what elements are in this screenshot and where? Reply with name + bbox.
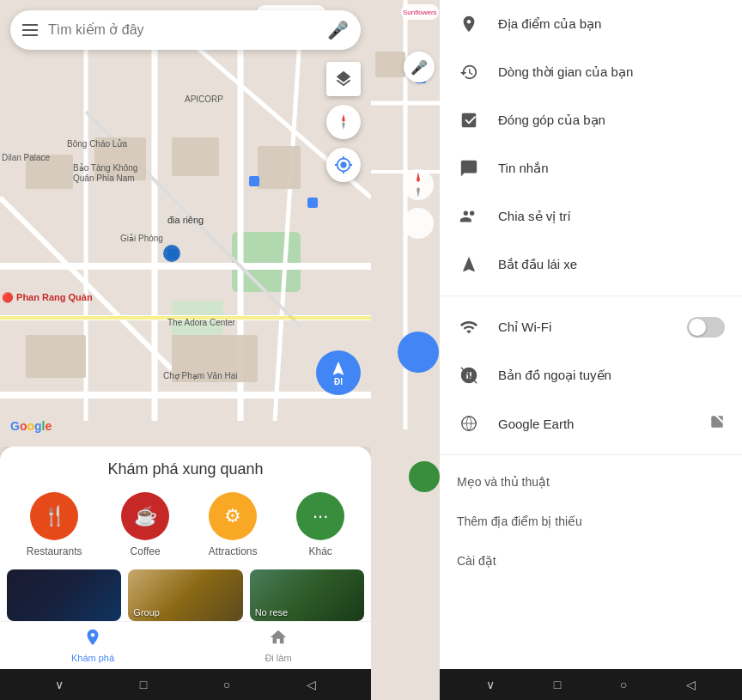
map-label-dria-rieng: đia riêng: [167, 215, 204, 225]
drawer-tips-label: Mẹo và thủ thuật: [457, 475, 550, 489]
commute-icon: [269, 628, 288, 651]
location-pin-icon: [457, 12, 481, 36]
explore-icon: [83, 628, 102, 651]
restaurants-label: Restaurants: [27, 545, 82, 557]
drawer-item-contribution[interactable]: Đóng góp của bạn: [440, 96, 742, 144]
map-area: ● Sunflowers APICORP Bảo Tàng KhôngQuân …: [0, 0, 371, 447]
sys-chevron-left[interactable]: ∨: [55, 678, 64, 691]
contribution-icon: [457, 108, 481, 132]
other-label: Khác: [308, 545, 331, 557]
menu-button[interactable]: [22, 24, 38, 36]
svg-rect-17: [258, 146, 301, 189]
category-other[interactable]: ··· Khác: [296, 492, 344, 557]
search-bar[interactable]: 🎤: [10, 10, 361, 50]
external-link-icon: [709, 414, 725, 433]
svg-rect-16: [172, 137, 219, 176]
drawer-item-timeline[interactable]: Dòng thời gian của bạn: [440, 48, 742, 96]
map-label-palace: Dilan Palace: [2, 153, 50, 162]
drawer-google-earth-label: Google Earth: [498, 417, 709, 431]
explore-title: Khám phá xung quanh: [0, 460, 371, 478]
drawer-item-offline-map[interactable]: Bản đồ ngoại tuyến: [440, 351, 742, 399]
search-input[interactable]: [48, 22, 327, 38]
location-button[interactable]: [326, 148, 361, 182]
google-logo: Google: [10, 419, 52, 433]
sys-circle-right[interactable]: ○: [620, 678, 627, 691]
other-icon: ···: [296, 492, 344, 540]
bottom-panel: Khám phá xung quanh 🍴 Restaurants ☕ Coff…: [0, 447, 371, 669]
drawer-settings-label: Cài đặt: [457, 554, 496, 568]
message-icon: [457, 156, 481, 180]
svg-rect-18: [26, 335, 86, 378]
drawer-item-drive[interactable]: Bắt đầu lái xe: [440, 240, 742, 289]
drawer-item-places[interactable]: Địa điểm của bạn: [440, 0, 742, 48]
mic-icon[interactable]: 🎤: [327, 20, 349, 40]
map-label-giai-phong: Giải Phóng: [120, 234, 163, 243]
svg-marker-24: [342, 114, 345, 122]
thumbnail-3-label: No rese: [255, 607, 289, 618]
navigate-button[interactable]: ĐI: [316, 350, 361, 395]
wifi-icon: [457, 315, 481, 339]
sys-back-right[interactable]: ◁: [686, 678, 696, 691]
bottom-nav: Khám phá Đi làm: [0, 621, 371, 669]
drawer-menu: Địa điểm của bạn Dòng thời gian của bạn …: [440, 0, 742, 700]
nav-explore-label: Khám phá: [71, 653, 114, 663]
drawer-item-messages[interactable]: Tin nhắn: [440, 144, 742, 192]
thumbnail-2[interactable]: Group: [128, 569, 242, 621]
map-peek: Sunflowers 🎤: [371, 0, 440, 700]
map-label-bong-chao: Bông Cháo Lửa: [67, 139, 127, 149]
drawer-divider-1: [440, 295, 742, 296]
svg-point-23: [163, 245, 180, 262]
nav-explore[interactable]: Khám phá: [0, 622, 186, 669]
layers-button[interactable]: [326, 62, 361, 96]
right-panel: Sunflowers 🎤 Địa điểm của bạn Dòng thời …: [371, 0, 742, 700]
map-label-apicorp: APICORP: [185, 94, 223, 104]
nav-commute[interactable]: Đi làm: [186, 622, 371, 669]
offline-map-icon: [457, 363, 481, 387]
system-bar-right: ∨ □ ○ ◁: [440, 669, 742, 700]
category-row: 🍴 Restaurants ☕ Coffee ⚙ Attractions ···…: [0, 492, 371, 557]
sys-square-left[interactable]: □: [140, 678, 147, 691]
peek-mic-icon: 🎤: [411, 59, 428, 76]
drawer-footer-tips[interactable]: Mẹo và thủ thuật: [440, 462, 742, 502]
sys-chevron-right[interactable]: ∨: [486, 678, 495, 691]
svg-rect-22: [307, 198, 318, 208]
svg-marker-25: [342, 122, 345, 130]
compass-button[interactable]: [326, 105, 361, 139]
sys-circle-left[interactable]: ○: [223, 678, 230, 691]
category-attractions[interactable]: ⚙ Attractions: [209, 492, 258, 557]
drawer-wifi-label: Chỉ Wi-Fi: [498, 320, 687, 335]
share-location-icon: [457, 204, 481, 228]
map-label-adora: The Adora Center: [167, 318, 235, 327]
category-coffee[interactable]: ☕ Coffee: [121, 492, 169, 557]
drawer-footer-add-place[interactable]: Thêm địa điểm bị thiếu: [440, 502, 742, 541]
wifi-toggle[interactable]: [687, 317, 725, 338]
left-panel: ● Sunflowers APICORP Bảo Tàng KhôngQuân …: [0, 0, 371, 700]
drawer-places-label: Địa điểm của bạn: [498, 16, 725, 32]
drawer-contribution-label: Đóng góp của bạn: [498, 113, 725, 128]
attractions-icon: ⚙: [209, 492, 257, 540]
peek-mic[interactable]: 🎤: [404, 52, 435, 82]
svg-text:Sunflowers: Sunflowers: [403, 9, 437, 16]
nav-commute-label: Đi làm: [265, 653, 291, 663]
attractions-label: Attractions: [209, 545, 258, 557]
sys-square-right[interactable]: □: [554, 678, 561, 691]
coffee-icon: ☕: [121, 492, 169, 540]
svg-point-36: [398, 332, 439, 373]
svg-point-35: [403, 208, 434, 239]
drawer-item-wifi[interactable]: Chỉ Wi-Fi: [440, 303, 742, 351]
thumbnail-2-label: Group: [133, 607, 160, 618]
sys-back-left[interactable]: ◁: [307, 678, 316, 691]
svg-point-37: [409, 461, 440, 492]
drawer-offline-map-label: Bản đồ ngoại tuyến: [498, 368, 725, 383]
drawer-item-google-earth[interactable]: Google Earth: [440, 399, 742, 447]
drawer-add-place-label: Thêm địa điểm bị thiếu: [457, 514, 582, 528]
drive-icon: [457, 253, 481, 277]
thumbnail-1[interactable]: [7, 569, 121, 621]
svg-rect-30: [375, 52, 405, 77]
thumbnail-3[interactable]: No rese: [250, 569, 364, 621]
drawer-item-share-location[interactable]: Chia sẻ vị trí: [440, 192, 742, 240]
wifi-toggle-knob: [689, 319, 706, 336]
drawer-share-location-label: Chia sẻ vị trí: [498, 209, 725, 224]
category-restaurants[interactable]: 🍴 Restaurants: [27, 492, 82, 557]
drawer-footer-settings[interactable]: Cài đặt: [440, 541, 742, 581]
